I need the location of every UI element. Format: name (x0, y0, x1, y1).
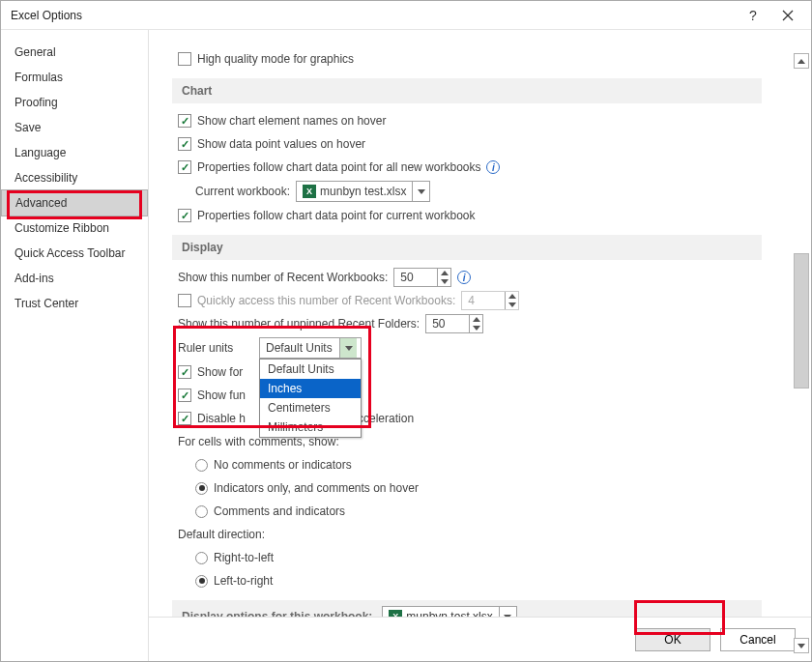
recent-workbooks-label: Show this number of Recent Workbooks: (178, 271, 388, 284)
ruler-units-dropdown: Default Units Inches Centimeters Millime… (259, 359, 362, 438)
ruler-units-combo[interactable]: Default Units (259, 337, 362, 359)
show-functions-label: Show fun (197, 389, 246, 402)
ltr-radio[interactable] (195, 575, 208, 588)
sidebar-item-accessibility[interactable]: Accessibility (1, 165, 148, 190)
sidebar-item-language[interactable]: Language (1, 140, 148, 165)
sidebar-item-general[interactable]: General (1, 40, 148, 65)
chart-element-names-label: Show chart element names on hover (197, 114, 386, 128)
chart-props-all-label: Properties follow chart data point for a… (197, 160, 480, 174)
chevron-down-icon[interactable] (412, 182, 429, 201)
show-formula-checkbox[interactable] (178, 365, 191, 379)
display-wb-value: munbyn test.xlsx (406, 610, 492, 617)
excel-file-icon (303, 185, 316, 198)
section-chart-header: Chart (172, 78, 762, 103)
disable-hw-label-b: cceleration (358, 412, 414, 425)
ltr-label: Left-to-right (214, 574, 273, 588)
rtl-label: Right-to-left (214, 551, 274, 564)
recent-workbooks-spinner[interactable]: 50 (393, 268, 451, 287)
content-panel: High quality mode for graphics Chart Sho… (149, 30, 811, 617)
scrollbar-thumb[interactable] (794, 253, 809, 389)
show-functions-checkbox[interactable] (178, 389, 191, 402)
section-display-wb-header: Display options for this workbook: munby… (172, 600, 762, 617)
hq-graphics-label: High quality mode for graphics (197, 52, 354, 66)
comments-indicators-radio[interactable] (195, 505, 208, 518)
no-comments-radio[interactable] (195, 459, 208, 472)
chart-props-current-label: Properties follow chart data point for c… (197, 209, 475, 222)
chevron-down-icon[interactable] (339, 338, 357, 358)
sidebar-item-advanced[interactable]: Advanced (1, 189, 148, 216)
excel-options-window: Excel Options General Formulas Proofing … (0, 0, 812, 662)
current-workbook-value: munbyn test.xlsx (320, 185, 406, 198)
info-icon[interactable] (457, 271, 471, 284)
current-workbook-label: Current workbook: (195, 185, 290, 198)
chart-data-values-checkbox[interactable] (178, 137, 191, 151)
display-wb-label: Display options for this workbook: (182, 610, 372, 617)
ruler-option-default[interactable]: Default Units (260, 360, 361, 379)
quick-access-spinner: 4 (461, 291, 519, 310)
ruler-units-label: Ruler units (178, 341, 253, 355)
ruler-option-centimeters[interactable]: Centimeters (260, 398, 361, 417)
sidebar-item-save[interactable]: Save (1, 115, 148, 140)
chevron-down-icon[interactable] (499, 607, 516, 617)
quick-access-label: Quickly access this number of Recent Wor… (197, 294, 455, 307)
scroll-down-button[interactable] (794, 638, 809, 653)
section-display-header: Display (172, 235, 762, 260)
scroll-up-button[interactable] (794, 53, 809, 69)
current-workbook-combo[interactable]: munbyn test.xlsx (296, 181, 430, 202)
sidebar-item-trust-center[interactable]: Trust Center (1, 291, 148, 316)
window-title: Excel Options (11, 9, 736, 22)
hq-graphics-checkbox[interactable] (178, 52, 191, 66)
quick-access-value: 4 (462, 294, 505, 307)
indicators-only-radio[interactable] (195, 482, 208, 495)
sidebar-item-customize-ribbon[interactable]: Customize Ribbon (1, 216, 148, 241)
no-comments-label: No comments or indicators (214, 458, 352, 472)
quick-access-checkbox[interactable] (178, 294, 191, 307)
display-wb-combo[interactable]: munbyn test.xlsx (382, 606, 516, 617)
sidebar-item-proofing[interactable]: Proofing (1, 90, 148, 115)
comments-indicators-label: Comments and indicators (214, 504, 345, 518)
sidebar-item-quick-access[interactable]: Quick Access Toolbar (1, 241, 148, 266)
recent-workbooks-value: 50 (394, 271, 437, 284)
cancel-button[interactable]: Cancel (720, 628, 796, 651)
rtl-radio[interactable] (195, 552, 208, 564)
sidebar: General Formulas Proofing Save Language … (1, 30, 149, 661)
chart-element-names-checkbox[interactable] (178, 114, 191, 128)
chart-props-current-checkbox[interactable] (178, 209, 191, 222)
sidebar-item-add-ins[interactable]: Add-ins (1, 266, 148, 291)
help-icon[interactable] (736, 2, 770, 29)
default-direction-label: Default direction: (178, 528, 265, 541)
show-formula-label: Show for (197, 365, 243, 379)
excel-file-icon (389, 610, 402, 617)
chart-data-values-label: Show data point values on hover (197, 137, 365, 151)
ok-button[interactable]: OK (635, 628, 710, 651)
recent-folders-label: Show this number of unpinned Recent Fold… (178, 317, 420, 331)
footer: OK Cancel (149, 617, 811, 661)
chart-props-all-checkbox[interactable] (178, 160, 191, 174)
indicators-only-label: Indicators only, and comments on hover (214, 481, 419, 495)
disable-hw-label-a: Disable h (197, 412, 246, 425)
recent-folders-value: 50 (426, 317, 469, 331)
ruler-units-selected: Default Units (260, 341, 339, 355)
titlebar: Excel Options (1, 1, 811, 30)
sidebar-item-formulas[interactable]: Formulas (1, 65, 148, 90)
close-icon[interactable] (770, 2, 805, 29)
recent-folders-spinner[interactable]: 50 (425, 314, 483, 333)
ruler-option-millimeters[interactable]: Millimeters (260, 417, 361, 437)
info-icon[interactable] (486, 160, 500, 174)
ruler-option-inches[interactable]: Inches (260, 379, 361, 398)
disable-hw-checkbox[interactable] (178, 412, 191, 425)
